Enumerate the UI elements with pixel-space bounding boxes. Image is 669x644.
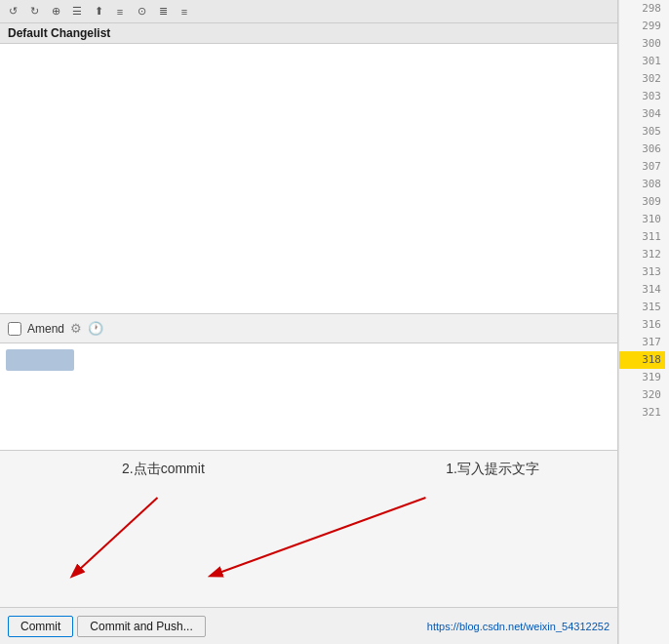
view-btn[interactable]: ⊙ [133,3,150,20]
annotation-click-commit: 2.点击commit [122,461,205,478]
amend-row: Amend ⚙ 🕐 [0,314,617,343]
commit-message-area[interactable] [0,343,617,451]
line-num-316: 316 [619,316,665,334]
align-btn[interactable]: ≣ [154,3,172,20]
toolbar: ↺ ↻ ⊕ ☰ ⬆ ≡ ⊙ ≣ ≡ [0,0,617,23]
line-num-317: 317 [619,334,665,351]
commit-message-blur [6,349,74,371]
line-num-305: 305 [619,123,665,141]
svg-line-2 [73,498,158,576]
line-num-304: 304 [619,105,665,123]
gear-icon[interactable]: ⚙ [70,321,82,336]
line-num-302: 302 [619,70,665,88]
up-btn[interactable]: ⬆ [90,3,107,20]
commit-and-push-button[interactable]: Commit and Push... [77,616,205,637]
line-num-298: 298 [619,0,665,18]
line-num-312: 312 [619,246,665,263]
add-btn[interactable]: ⊕ [47,3,64,20]
changelist-content [0,44,617,314]
redo-btn[interactable]: ↻ [25,3,43,20]
line-num-300: 300 [619,35,665,53]
bottom-bar: Commit Commit and Push... https://blog.c… [0,607,617,644]
undo-btn[interactable]: ↺ [4,3,21,20]
footer-link[interactable]: https://blog.csdn.net/weixin_54312252 [427,621,610,632]
line-num-303: 303 [619,88,665,105]
line-num-315: 315 [619,299,665,316]
line-numbers-sidebar: 2982993003013023033043053063073083093103… [618,0,669,644]
amend-checkbox[interactable] [8,322,21,336]
line-num-306: 306 [619,141,665,158]
line-num-313: 313 [619,263,665,281]
changelist-header: Default Changelist [0,23,617,44]
line-num-311: 311 [619,228,665,246]
line-num-301: 301 [619,53,665,70]
line-num-319: 319 [619,369,665,386]
line-num-314: 314 [619,281,665,299]
align2-btn[interactable]: ≡ [176,3,193,20]
clock-icon[interactable]: 🕐 [88,321,103,336]
changelist-title: Default Changelist [8,26,110,40]
line-num-299: 299 [619,18,665,35]
line-num-318: 318 [619,351,665,369]
annotation-write-hint: 1.写入提示文字 [446,461,539,478]
main-panel: ↺ ↻ ⊕ ☰ ⬆ ≡ ⊙ ≣ ≡ Default Changelist Ame… [0,0,618,644]
line-num-309: 309 [619,193,665,211]
line-num-320: 320 [619,386,665,404]
svg-line-3 [212,498,426,576]
amend-label: Amend [27,322,64,336]
line-num-321: 321 [619,404,665,422]
line-num-307: 307 [619,158,665,176]
line-num-308: 308 [619,176,665,193]
list-btn[interactable]: ☰ [68,3,86,20]
commit-button[interactable]: Commit [8,616,73,637]
line-num-310: 310 [619,211,665,228]
annotation-area: 2.点击commit 1.写入提示文字 [0,451,617,607]
menu-btn[interactable]: ≡ [111,3,129,20]
